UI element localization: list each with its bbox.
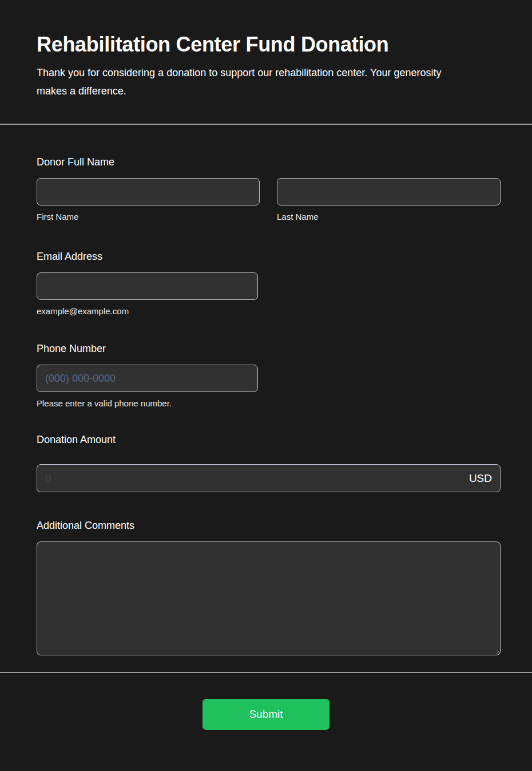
first-name-column: First Name [37,178,260,222]
page-subtitle: Thank you for considering a donation to … [37,64,471,100]
amount-field[interactable]: USD [37,464,501,492]
first-name-input[interactable] [37,178,260,205]
email-input[interactable] [37,272,258,300]
amount-input[interactable] [45,472,463,484]
amount-label: Donation Amount [37,434,501,446]
last-name-input[interactable] [277,178,501,205]
phone-sublabel: Please enter a valid phone number. [37,398,501,409]
email-group: Email Address example@example.com [37,222,501,317]
comments-textarea[interactable] [37,541,501,655]
phone-label: Phone Number [37,343,501,355]
last-name-column: Last Name [277,178,501,222]
page-title: Rehabilitation Center Fund Donation [37,33,495,56]
donor-name-label: Donor Full Name [37,156,501,168]
last-name-sublabel: Last Name [277,212,501,222]
form-footer: Submit [0,673,532,730]
donation-form-page: Rehabilitation Center Fund Donation Than… [0,0,532,771]
first-name-sublabel: First Name [37,212,260,222]
phone-group: Phone Number Please enter a valid phone … [37,317,501,409]
email-sublabel: example@example.com [37,306,501,317]
comments-label: Additional Comments [37,520,501,532]
phone-input[interactable] [37,365,258,392]
amount-group: Donation Amount USD [37,409,501,492]
currency-suffix: USD [469,472,492,485]
donor-name-row: First Name Last Name [37,178,501,222]
comments-group: Additional Comments [37,492,501,655]
form-body: Donor Full Name First Name Last Name Ema… [0,125,532,655]
form-header: Rehabilitation Center Fund Donation Than… [0,0,532,125]
submit-button[interactable]: Submit [203,699,329,730]
email-label: Email Address [37,251,501,263]
donor-name-group: Donor Full Name First Name Last Name [37,125,501,222]
